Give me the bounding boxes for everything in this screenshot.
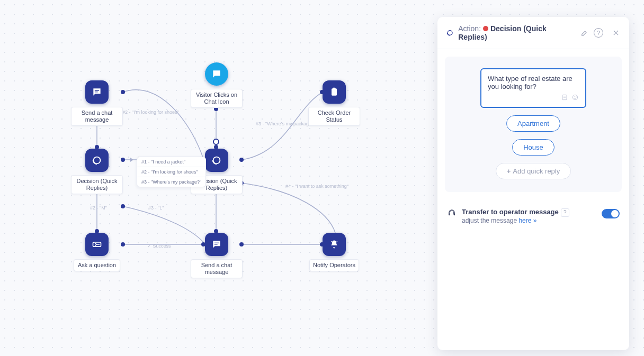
svg-rect-25 (332, 88, 337, 95)
node-label: Decision (Quick Replies) (71, 175, 123, 194)
quick-reply-chip[interactable]: Apartment (506, 115, 560, 132)
input-icon (85, 233, 109, 256)
bell-icon (323, 233, 346, 256)
clipboard-icon (323, 80, 346, 104)
transfer-title: Transfer to operator message? (462, 208, 596, 217)
node-ask-question[interactable]: Ask a question (71, 233, 123, 271)
svg-rect-31 (214, 244, 218, 244)
node-notify-operators[interactable]: Notify Operators (308, 233, 360, 271)
node-label: Send a chat message (191, 259, 243, 278)
svg-point-28 (213, 157, 220, 164)
node-check-order[interactable]: Check Order Status (308, 80, 360, 126)
decision-icon (446, 29, 454, 37)
svg-rect-30 (214, 243, 219, 243)
node-label: Send a chat message (71, 107, 123, 126)
node-decision-1[interactable]: Decision (Quick Replies) (71, 149, 123, 194)
decision-icon (85, 149, 109, 172)
add-quick-reply-button[interactable]: +Add quick reply (496, 163, 571, 179)
node-label: Visitor Clicks on Chat Icon (191, 89, 243, 108)
panel-header: Action: Decision (Quick Replies) ? (437, 17, 629, 49)
svg-point-27 (94, 157, 101, 164)
svg-rect-38 (454, 214, 455, 216)
help-icon[interactable]: ? (561, 208, 569, 217)
transfer-operator-row: Transfer to operator message? adjust the… (437, 199, 629, 224)
svg-point-14 (121, 204, 125, 208)
node-label: Check Order Status (308, 107, 360, 126)
chat-icon (205, 233, 228, 256)
quick-reply-chip[interactable]: House (512, 139, 554, 156)
prompt-input[interactable]: What type of real estate are you looking… (480, 68, 586, 108)
help-icon[interactable]: ? (594, 28, 603, 38)
list-item[interactable]: #3 - "Where's my package?" (137, 177, 205, 187)
inspector-panel: Action: Decision (Quick Replies) ? What … (437, 17, 629, 350)
node-visitor-trigger[interactable]: Visitor Clicks on Chat Icon (191, 62, 243, 108)
edge-label: #3 - "Where's my package?" (256, 121, 316, 126)
edit-icon[interactable] (580, 28, 589, 38)
transfer-toggle[interactable] (602, 209, 620, 218)
node-send-chat-1[interactable]: Send a chat message (71, 80, 123, 126)
node-label: Ask a question (74, 259, 120, 271)
svg-point-36 (576, 96, 576, 97)
svg-point-32 (448, 31, 452, 35)
headset-icon (447, 208, 457, 220)
panel-body: What type of real estate are you looking… (437, 49, 629, 199)
close-icon[interactable] (612, 28, 621, 38)
quick-replies-card: What type of real estate are you looking… (445, 57, 622, 192)
edge-label: ✓ Success (147, 243, 171, 249)
template-icon[interactable] (561, 94, 568, 103)
panel-title: Action: Decision (Quick Replies) (458, 24, 571, 41)
node-send-chat-2[interactable]: Send a chat message (191, 233, 243, 278)
svg-point-4 (213, 139, 219, 144)
list-item[interactable]: #1 - "I need a jacket" (137, 157, 205, 167)
prompt-text: What type of real estate are you looking… (488, 75, 579, 90)
chat-icon (85, 80, 109, 104)
svg-point-35 (574, 96, 575, 97)
node-label: Notify Operators (309, 259, 359, 271)
edge-label: #2 - "M" (90, 205, 107, 211)
transfer-subtext: adjust the message (462, 217, 518, 224)
svg-point-34 (573, 95, 577, 99)
emoji-icon[interactable] (571, 94, 579, 103)
decision-icon (205, 149, 228, 172)
edge-label: #3 - "L" (148, 205, 164, 211)
svg-rect-26 (333, 88, 336, 89)
svg-rect-24 (95, 92, 98, 92)
svg-rect-37 (449, 214, 450, 216)
adjust-message-link[interactable]: here » (518, 217, 536, 224)
edge-label: #4 - "I want to ask something" (285, 184, 348, 189)
edge-label: #2 - "I'm looking for shoes" (122, 109, 179, 115)
trigger-icon (205, 62, 228, 86)
quick-replies-popover[interactable]: #1 - "I need a jacket" #2 - "I'm looking… (137, 157, 206, 187)
svg-marker-10 (130, 158, 133, 162)
list-item[interactable]: #2 - "I'm looking for shoes" (137, 167, 205, 177)
svg-rect-23 (95, 90, 99, 91)
